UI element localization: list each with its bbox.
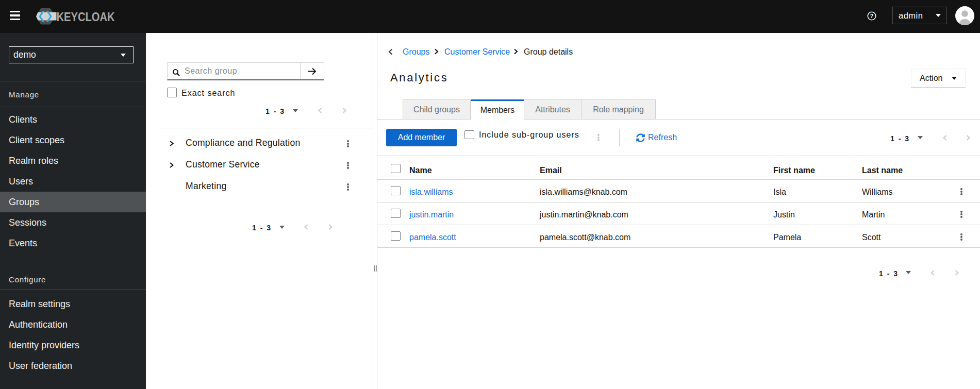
svg-text:?: ? xyxy=(870,13,873,19)
svg-text:KEYCLOAK: KEYCLOAK xyxy=(57,10,115,24)
